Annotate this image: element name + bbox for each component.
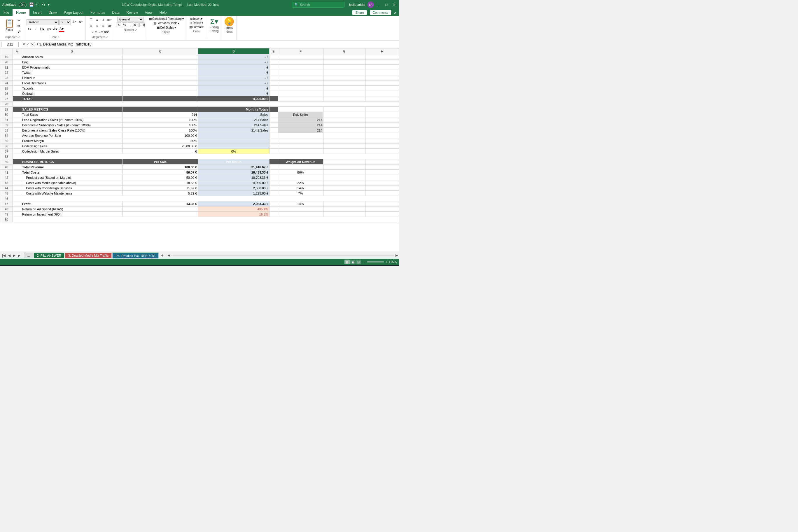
editing-btn[interactable]: Editing — [210, 26, 219, 29]
copy-button[interactable]: ⧉ — [16, 23, 22, 28]
cell-D26[interactable]: - € — [198, 91, 269, 96]
increase-font-btn[interactable]: A⁺ — [72, 19, 77, 25]
cell-B24[interactable]: Local Directories — [21, 80, 122, 86]
cell-G42[interactable] — [323, 175, 365, 180]
cell-E36[interactable] — [269, 144, 278, 149]
cell-E48[interactable] — [269, 207, 278, 212]
cell-D43[interactable]: 4,000.00 € — [198, 180, 269, 186]
cell-A31[interactable] — [13, 117, 21, 122]
cell-E33[interactable] — [269, 128, 278, 133]
cell-C19[interactable] — [122, 54, 198, 59]
cell-G43[interactable] — [323, 180, 365, 186]
col-header-G[interactable]: G — [323, 49, 365, 54]
cell-F29[interactable] — [278, 107, 323, 112]
sheet-nav-prev[interactable]: ◀ — [7, 253, 12, 258]
cell-H48[interactable] — [365, 207, 399, 212]
format-painter-button[interactable]: 🖌 — [16, 29, 22, 34]
cell-G33[interactable] — [323, 128, 365, 133]
cell-E47[interactable] — [269, 201, 278, 207]
cell-F26[interactable] — [278, 91, 323, 96]
cell-C31[interactable]: 100% — [122, 117, 198, 122]
cell-F33[interactable]: 214 — [278, 128, 323, 133]
cell-B32[interactable]: Becomes a Subscriber / Sales (if Ecomm 1… — [21, 122, 122, 128]
cell-E37[interactable] — [269, 149, 278, 154]
cell-D24[interactable]: - € — [198, 80, 269, 86]
cell-H49[interactable] — [365, 212, 399, 217]
page-break-btn[interactable]: ▤ — [356, 260, 361, 264]
cell-C42[interactable]: 50.00 € — [122, 175, 198, 180]
cell-C45[interactable]: 5.72 € — [122, 191, 198, 196]
sheet-scroll-left[interactable]: ◀ — [168, 253, 170, 257]
cell-B21[interactable]: BDM Programmatic — [21, 65, 122, 70]
cell-D21[interactable]: - € — [198, 65, 269, 70]
cell-D31[interactable]: 214 Sales — [198, 117, 269, 122]
cell-C27[interactable] — [122, 96, 198, 101]
cell-A32[interactable] — [13, 122, 21, 128]
cell-B49[interactable]: Return on Investment (ROI) — [21, 212, 122, 217]
cell-F44[interactable]: 14% — [278, 186, 323, 191]
cell-D39[interactable]: Per Month — [198, 159, 269, 165]
share-button[interactable]: Share — [352, 10, 367, 15]
cell-B20[interactable]: Bing — [21, 59, 122, 65]
cell-B22[interactable]: Twitter — [21, 70, 122, 75]
cell-G25[interactable] — [323, 86, 365, 91]
cell-A48[interactable] — [13, 207, 21, 212]
tab-data[interactable]: Data — [109, 10, 123, 16]
save-icon[interactable]: 💾 — [29, 2, 34, 7]
cell-B41[interactable]: Total Costs — [21, 170, 122, 175]
format-as-table-btn[interactable]: ▦ Format as Table ▾ — [152, 21, 181, 25]
cell-H23[interactable] — [365, 75, 399, 80]
cell-D33[interactable]: 214.2 Sales — [198, 128, 269, 133]
cell-C20[interactable] — [122, 59, 198, 65]
cell-G47[interactable] — [323, 201, 365, 207]
cell-G23[interactable] — [323, 75, 365, 80]
cell-D23[interactable]: - € — [198, 75, 269, 80]
cell-H19[interactable] — [365, 54, 399, 59]
cell-F23[interactable] — [278, 75, 323, 80]
cell-C39[interactable]: Per Sale — [122, 159, 198, 165]
align-top-btn[interactable]: ⊤ — [88, 17, 94, 23]
cell-G30[interactable] — [323, 112, 365, 117]
cell-A39[interactable] — [13, 159, 21, 165]
cell-B43[interactable]: Costs with Media (see table above) — [21, 180, 122, 186]
sheet-scrollbar[interactable] — [171, 254, 394, 256]
align-center-btn[interactable]: ≡ — [94, 23, 100, 29]
cell-D35[interactable] — [198, 138, 269, 144]
cell-C33[interactable]: 100% — [122, 128, 198, 133]
cell-E24[interactable] — [269, 80, 278, 86]
cell-A42[interactable] — [13, 175, 21, 180]
ideas-btn[interactable]: Ideas — [226, 26, 233, 30]
cell-F25[interactable] — [278, 86, 323, 91]
cell-G48[interactable] — [323, 207, 365, 212]
cell-B39[interactable]: BUSINESS METRICS — [21, 159, 122, 165]
cell-H36[interactable] — [365, 144, 399, 149]
cell-H30[interactable] — [365, 112, 399, 117]
col-header-D[interactable]: D — [198, 49, 269, 54]
cell-D45[interactable]: 1,225.00 € — [198, 191, 269, 196]
cell-A21[interactable] — [13, 65, 21, 70]
cell-F45[interactable]: 7% — [278, 191, 323, 196]
cell-E23[interactable] — [269, 75, 278, 80]
increase-decimal-btn[interactable]: .0→ — [134, 22, 139, 27]
cell-B45[interactable]: Costs with Website Maintenance — [21, 191, 122, 196]
cell-G22[interactable] — [323, 70, 365, 75]
cell-H45[interactable] — [365, 191, 399, 196]
cell-D34[interactable] — [198, 133, 269, 138]
scroll-area[interactable]: A B C D E F G H 19 Amazon Sa — [0, 48, 399, 252]
cell-F41[interactable]: 86% — [278, 170, 323, 175]
cell-H27[interactable] — [365, 96, 399, 101]
cell-F34[interactable] — [278, 133, 323, 138]
cell-H41[interactable] — [365, 170, 399, 175]
cell-C47[interactable]: 13.93 € — [122, 201, 198, 207]
cell-H26[interactable] — [365, 91, 399, 96]
cell-E41[interactable] — [269, 170, 278, 175]
cell-E31[interactable] — [269, 117, 278, 122]
zoom-minus-btn[interactable]: − — [364, 260, 365, 264]
cell-A40[interactable] — [13, 165, 21, 170]
cell-B34[interactable]: Average Revenue Per Sale — [21, 133, 122, 138]
cell-B27[interactable]: TOTAL — [21, 96, 122, 101]
cell-H32[interactable] — [365, 122, 399, 128]
cell-E25[interactable] — [269, 86, 278, 91]
cell-F39[interactable]: Weight on Revenue — [278, 159, 323, 165]
cell-B26[interactable]: Outbrain — [21, 91, 122, 96]
